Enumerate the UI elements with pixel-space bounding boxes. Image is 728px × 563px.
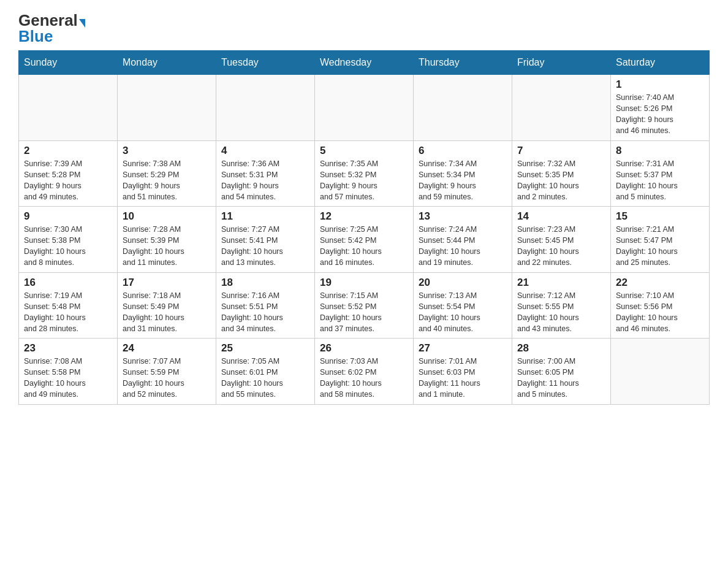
calendar-week-3: 9Sunrise: 7:30 AM Sunset: 5:38 PM Daylig… (19, 207, 710, 273)
calendar-cell: 9Sunrise: 7:30 AM Sunset: 5:38 PM Daylig… (19, 207, 118, 273)
day-sun-info: Sunrise: 7:21 AM Sunset: 5:47 PM Dayligh… (616, 224, 704, 269)
day-sun-info: Sunrise: 7:10 AM Sunset: 5:56 PM Dayligh… (616, 290, 704, 335)
day-number: 17 (123, 277, 211, 289)
calendar-cell: 14Sunrise: 7:23 AM Sunset: 5:45 PM Dayli… (512, 207, 611, 273)
calendar-cell: 27Sunrise: 7:01 AM Sunset: 6:03 PM Dayli… (414, 339, 512, 405)
day-number: 24 (123, 342, 211, 354)
day-sun-info: Sunrise: 7:27 AM Sunset: 5:41 PM Dayligh… (221, 224, 309, 269)
calendar-cell: 3Sunrise: 7:38 AM Sunset: 5:29 PM Daylig… (118, 140, 216, 207)
weekday-header-row: SundayMondayTuesdayWednesdayThursdayFrid… (19, 51, 710, 75)
day-sun-info: Sunrise: 7:31 AM Sunset: 5:37 PM Dayligh… (616, 158, 704, 203)
day-sun-info: Sunrise: 7:12 AM Sunset: 5:55 PM Dayligh… (517, 290, 605, 335)
day-number: 28 (517, 342, 605, 354)
calendar-table: SundayMondayTuesdayWednesdayThursdayFrid… (18, 50, 710, 405)
day-sun-info: Sunrise: 7:40 AM Sunset: 5:26 PM Dayligh… (616, 92, 704, 137)
logo: General Blue (18, 12, 85, 44)
calendar-cell: 23Sunrise: 7:08 AM Sunset: 5:58 PM Dayli… (19, 339, 118, 405)
day-number: 25 (221, 342, 309, 354)
day-number: 18 (221, 277, 309, 289)
calendar-cell: 2Sunrise: 7:39 AM Sunset: 5:28 PM Daylig… (19, 140, 118, 207)
calendar-cell: 8Sunrise: 7:31 AM Sunset: 5:37 PM Daylig… (611, 140, 710, 207)
day-sun-info: Sunrise: 7:07 AM Sunset: 5:59 PM Dayligh… (123, 356, 211, 400)
day-number: 19 (320, 277, 408, 289)
calendar-cell: 18Sunrise: 7:16 AM Sunset: 5:51 PM Dayli… (216, 272, 315, 339)
day-sun-info: Sunrise: 7:38 AM Sunset: 5:29 PM Dayligh… (123, 158, 211, 203)
day-sun-info: Sunrise: 7:23 AM Sunset: 5:45 PM Dayligh… (517, 224, 605, 269)
day-sun-info: Sunrise: 7:39 AM Sunset: 5:28 PM Dayligh… (24, 158, 112, 203)
day-number: 27 (419, 342, 507, 354)
day-sun-info: Sunrise: 7:36 AM Sunset: 5:31 PM Dayligh… (221, 158, 309, 203)
calendar-cell: 10Sunrise: 7:28 AM Sunset: 5:39 PM Dayli… (118, 207, 216, 273)
day-sun-info: Sunrise: 7:34 AM Sunset: 5:34 PM Dayligh… (419, 158, 507, 203)
day-sun-info: Sunrise: 7:28 AM Sunset: 5:39 PM Dayligh… (123, 224, 211, 269)
day-sun-info: Sunrise: 7:25 AM Sunset: 5:42 PM Dayligh… (320, 224, 408, 269)
day-number: 23 (24, 342, 112, 354)
day-sun-info: Sunrise: 7:13 AM Sunset: 5:54 PM Dayligh… (419, 290, 507, 335)
calendar-cell: 6Sunrise: 7:34 AM Sunset: 5:34 PM Daylig… (414, 140, 512, 207)
day-sun-info: Sunrise: 7:24 AM Sunset: 5:44 PM Dayligh… (419, 224, 507, 269)
calendar-cell: 17Sunrise: 7:18 AM Sunset: 5:49 PM Dayli… (118, 272, 216, 339)
weekday-header-friday: Friday (512, 51, 611, 75)
calendar-week-4: 16Sunrise: 7:19 AM Sunset: 5:48 PM Dayli… (19, 272, 710, 339)
day-number: 26 (320, 342, 408, 354)
calendar-cell: 21Sunrise: 7:12 AM Sunset: 5:55 PM Dayli… (512, 272, 611, 339)
calendar-cell: 24Sunrise: 7:07 AM Sunset: 5:59 PM Dayli… (118, 339, 216, 405)
calendar-cell: 28Sunrise: 7:00 AM Sunset: 6:05 PM Dayli… (512, 339, 611, 405)
logo-triangle-icon (79, 19, 85, 28)
weekday-header-tuesday: Tuesday (216, 51, 315, 75)
calendar-week-5: 23Sunrise: 7:08 AM Sunset: 5:58 PM Dayli… (19, 339, 710, 405)
calendar-cell (611, 339, 710, 405)
day-number: 21 (517, 277, 605, 289)
day-number: 2 (24, 145, 112, 157)
day-sun-info: Sunrise: 7:05 AM Sunset: 6:01 PM Dayligh… (221, 356, 309, 400)
day-number: 14 (517, 210, 605, 223)
calendar-cell: 25Sunrise: 7:05 AM Sunset: 6:01 PM Dayli… (216, 339, 315, 405)
calendar-cell: 4Sunrise: 7:36 AM Sunset: 5:31 PM Daylig… (216, 140, 315, 207)
calendar-cell (315, 75, 414, 141)
calendar-cell: 26Sunrise: 7:03 AM Sunset: 6:02 PM Dayli… (315, 339, 414, 405)
day-sun-info: Sunrise: 7:08 AM Sunset: 5:58 PM Dayligh… (24, 356, 112, 400)
calendar-week-2: 2Sunrise: 7:39 AM Sunset: 5:28 PM Daylig… (19, 140, 710, 207)
calendar-cell: 12Sunrise: 7:25 AM Sunset: 5:42 PM Dayli… (315, 207, 414, 273)
logo-blue-text: Blue (18, 28, 53, 44)
day-sun-info: Sunrise: 7:16 AM Sunset: 5:51 PM Dayligh… (221, 290, 309, 335)
day-sun-info: Sunrise: 7:19 AM Sunset: 5:48 PM Dayligh… (24, 290, 112, 335)
calendar-cell (216, 75, 315, 141)
weekday-header-thursday: Thursday (414, 51, 512, 75)
calendar-cell (414, 75, 512, 141)
calendar-cell: 13Sunrise: 7:24 AM Sunset: 5:44 PM Dayli… (414, 207, 512, 273)
calendar-cell: 7Sunrise: 7:32 AM Sunset: 5:35 PM Daylig… (512, 140, 611, 207)
weekday-header-monday: Monday (118, 51, 216, 75)
day-sun-info: Sunrise: 7:15 AM Sunset: 5:52 PM Dayligh… (320, 290, 408, 335)
calendar-cell (512, 75, 611, 141)
day-number: 15 (616, 210, 704, 223)
day-sun-info: Sunrise: 7:30 AM Sunset: 5:38 PM Dayligh… (24, 224, 112, 269)
day-number: 13 (419, 210, 507, 223)
calendar-cell: 19Sunrise: 7:15 AM Sunset: 5:52 PM Dayli… (315, 272, 414, 339)
day-sun-info: Sunrise: 7:03 AM Sunset: 6:02 PM Dayligh… (320, 356, 408, 400)
calendar-cell: 20Sunrise: 7:13 AM Sunset: 5:54 PM Dayli… (414, 272, 512, 339)
calendar-cell: 15Sunrise: 7:21 AM Sunset: 5:47 PM Dayli… (611, 207, 710, 273)
calendar-cell: 11Sunrise: 7:27 AM Sunset: 5:41 PM Dayli… (216, 207, 315, 273)
calendar-week-1: 1Sunrise: 7:40 AM Sunset: 5:26 PM Daylig… (19, 75, 710, 141)
page-header: General Blue (18, 12, 710, 44)
day-number: 1 (616, 79, 704, 91)
calendar-cell (118, 75, 216, 141)
day-number: 7 (517, 145, 605, 157)
day-number: 20 (419, 277, 507, 289)
day-sun-info: Sunrise: 7:32 AM Sunset: 5:35 PM Dayligh… (517, 158, 605, 203)
calendar-cell (19, 75, 118, 141)
calendar-cell: 22Sunrise: 7:10 AM Sunset: 5:56 PM Dayli… (611, 272, 710, 339)
day-number: 5 (320, 145, 408, 157)
weekday-header-sunday: Sunday (19, 51, 118, 75)
day-number: 3 (123, 145, 211, 157)
day-number: 8 (616, 145, 704, 157)
day-sun-info: Sunrise: 7:00 AM Sunset: 6:05 PM Dayligh… (517, 356, 605, 400)
day-sun-info: Sunrise: 7:35 AM Sunset: 5:32 PM Dayligh… (320, 158, 408, 203)
day-number: 9 (24, 210, 112, 223)
day-sun-info: Sunrise: 7:01 AM Sunset: 6:03 PM Dayligh… (419, 356, 507, 400)
day-number: 6 (419, 145, 507, 157)
day-number: 10 (123, 210, 211, 223)
day-number: 16 (24, 277, 112, 289)
weekday-header-saturday: Saturday (611, 51, 710, 75)
